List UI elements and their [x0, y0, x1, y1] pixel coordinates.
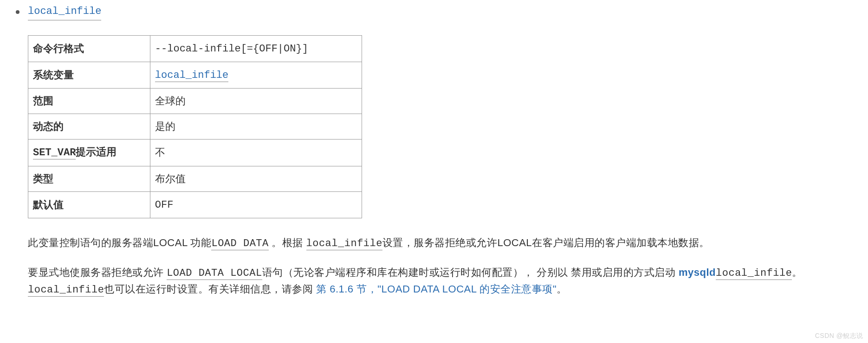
attr-value: 全球的	[150, 89, 362, 114]
attributes-table: 命令行格式 --local-infile[={OFF|ON}] 系统变量 loc…	[28, 35, 362, 218]
description-paragraphs: 此变量控制语句的服务器端LOCAL 功能LOAD DATA 。根据 local_…	[28, 235, 856, 298]
text: 语句（无论客户端程序和库在构建时或运行时如何配置）， 分别以 禁用或启用的方式启…	[262, 267, 679, 278]
attr-label: 范围	[28, 89, 150, 114]
table-row: 范围 全球的	[28, 89, 362, 114]
text: 此变量控制语句的服务器端LOCAL 功能	[28, 237, 211, 248]
attr-value: OFF	[150, 191, 362, 218]
attributes-table-wrapper: 命令行格式 --local-infile[={OFF|ON}] 系统变量 loc…	[28, 35, 863, 218]
text: 设置，服务器拒绝或允许LOCAL在客户端启用的客户端加载本地数据。	[382, 237, 710, 248]
attr-label-text: 提示适用	[76, 146, 117, 158]
table-row: 类型 布尔值	[28, 166, 362, 191]
inline-code: local_infile	[716, 267, 792, 280]
bullet-dot-icon	[16, 10, 19, 14]
paragraph-1: 此变量控制语句的服务器端LOCAL 功能LOAD DATA 。根据 local_…	[28, 235, 856, 252]
attr-label: 类型	[28, 166, 150, 191]
table-row: 系统变量 local_infile	[28, 62, 362, 89]
table-row: SET_VAR提示适用 不	[28, 140, 362, 166]
table-row: 命令行格式 --local-infile[={OFF|ON}]	[28, 36, 362, 62]
attr-value-code: OFF	[155, 199, 174, 211]
inline-code: local_infile	[306, 238, 382, 250]
attr-label-code: SET_VAR	[33, 147, 76, 159]
text: 。根据	[269, 237, 306, 248]
attr-label: 命令行格式	[28, 36, 150, 62]
paragraph-2: 要显式地使服务器拒绝或允许 LOAD DATA LOCAL语句（无论客户端程序和…	[28, 265, 856, 298]
text: 。	[792, 267, 803, 278]
attr-label: 系统变量	[28, 62, 150, 89]
attr-label: 动态的	[28, 114, 150, 140]
variable-name-link[interactable]: local_infile	[28, 4, 101, 20]
attr-value: 不	[150, 140, 362, 166]
attr-label: SET_VAR提示适用	[28, 140, 150, 166]
section-link[interactable]: 第 6.1.6 节，"LOAD DATA LOCAL 的安全注意事项"	[316, 283, 557, 295]
doc-page: local_infile 命令行格式 --local-infile[={OFF|…	[0, 0, 868, 343]
text: 。	[557, 283, 567, 295]
attr-value-link[interactable]: local_infile	[155, 70, 228, 82]
attr-value: 是的	[150, 114, 362, 140]
bullet-item: local_infile	[16, 4, 863, 20]
attr-value: --local-infile[={OFF|ON}]	[150, 36, 362, 62]
watermark: CSDN @鲵志说	[815, 331, 863, 341]
table-row: 动态的 是的	[28, 114, 362, 140]
attr-label: 默认值	[28, 191, 150, 218]
mysqld-link[interactable]: mysqld	[679, 267, 716, 278]
text: 要显式地使服务器拒绝或允许	[28, 267, 167, 278]
attr-value-code: --local-infile[={OFF|ON}]	[155, 43, 308, 55]
table-row: 默认值 OFF	[28, 191, 362, 218]
inline-code: LOAD DATA LOCAL	[167, 267, 262, 280]
inline-code: local_infile	[28, 284, 104, 297]
inline-code: LOAD DATA	[211, 238, 268, 250]
attr-value: local_infile	[150, 62, 362, 89]
attr-value: 布尔值	[150, 166, 362, 191]
attributes-table-body: 命令行格式 --local-infile[={OFF|ON}] 系统变量 loc…	[28, 36, 362, 218]
text: 也可以在运行时设置。有关详细信息，请参阅	[104, 283, 316, 295]
